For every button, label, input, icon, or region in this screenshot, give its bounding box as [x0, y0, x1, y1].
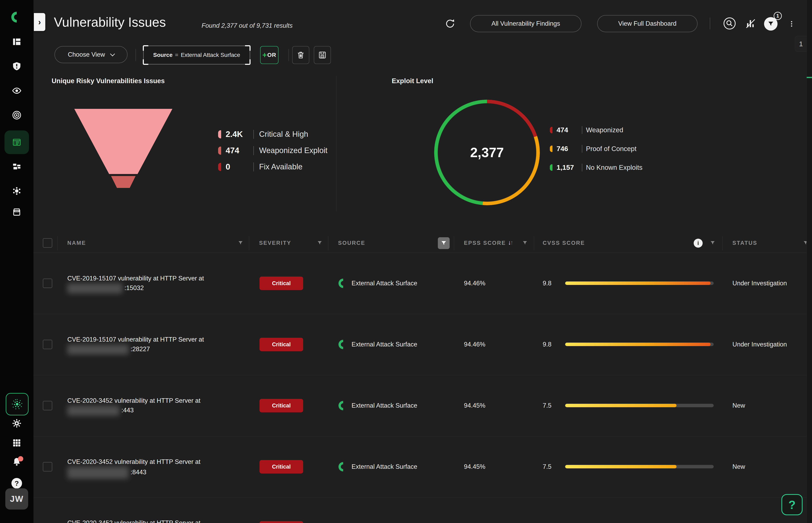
side-panel-tab[interactable]: 1 — [795, 36, 807, 52]
more-options-button[interactable] — [788, 17, 796, 31]
filter-chip-source[interactable]: Source = External Attack Surface — [143, 46, 250, 65]
legend-value: 0 — [226, 162, 248, 172]
table-row[interactable]: CVE-2020-3452 vulnerability at HTTP Serv… — [33, 497, 807, 523]
port: :28227 — [131, 345, 150, 353]
status-cell: New — [732, 402, 745, 409]
brand-source-icon — [338, 400, 348, 411]
column-divider — [722, 236, 723, 250]
row-checkbox[interactable] — [43, 340, 52, 349]
sidebar-item-risk[interactable] — [0, 61, 33, 71]
donut-legend-item: 474 Weaponized — [550, 126, 623, 134]
sidebar-item-threats[interactable] — [0, 186, 33, 196]
add-or-condition-button[interactable]: + OR — [260, 46, 278, 64]
sidebar-item-assets[interactable] — [0, 161, 33, 172]
chip-corner — [245, 45, 250, 51]
vulnerability-name-link[interactable]: CVE-2020-3452 vulnerability at HTTP Serv… — [67, 396, 200, 416]
cvss-bar-fill — [565, 343, 711, 346]
sidebar-item-vulnerabilities-active[interactable] — [4, 130, 29, 154]
sidebar-item-notifications[interactable] — [0, 456, 33, 467]
epss-filter-icon[interactable] — [522, 240, 528, 246]
source-label: External Attack Surface — [351, 402, 417, 409]
donut-legend-item: 1,157 No Known Exploits — [550, 163, 642, 172]
sidebar-item-target[interactable] — [0, 110, 33, 120]
sidebar-item-dashboard[interactable] — [0, 37, 33, 47]
target-icon — [12, 110, 22, 120]
donut-chart[interactable]: 2,377 — [434, 100, 540, 205]
button-label: View Full Dashboard — [618, 20, 676, 27]
cvss-bar-fill — [565, 282, 711, 285]
column-divider — [249, 236, 249, 250]
help-button[interactable]: ? — [781, 494, 802, 515]
sidebar-item-help[interactable]: ? — [0, 478, 33, 489]
sidebar-item-visibility[interactable] — [0, 86, 33, 96]
legend-marker — [550, 146, 552, 152]
delete-filter-button[interactable] — [292, 46, 309, 64]
select-all-checkbox[interactable] — [43, 238, 52, 248]
donut-chart-title: Exploit Level — [392, 77, 433, 85]
cvss-info-icon[interactable]: i — [694, 239, 703, 248]
chip-operator: = — [175, 52, 178, 58]
epss-score: 94.46% — [464, 279, 485, 287]
donut-total: 2,377 — [434, 100, 540, 205]
table-row[interactable]: CVE-2020-3452 vulnerability at HTTP Serv… — [33, 436, 807, 498]
cvss-filter-icon[interactable] — [710, 240, 715, 246]
cvss-bar-fill — [565, 465, 676, 468]
box-icon — [12, 207, 22, 217]
name-filter-icon[interactable] — [238, 240, 243, 246]
column-header-severity: SEVERITY — [259, 240, 291, 246]
sidebar-item-ai-insights[interactable] — [6, 393, 29, 415]
view-full-dashboard-button[interactable]: View Full Dashboard — [597, 15, 697, 32]
legend-marker — [218, 130, 221, 139]
filter-count-badge: 1 — [774, 12, 782, 20]
table-row[interactable]: CVE-2019-15107 vulnerability at HTTP Ser… — [33, 314, 807, 375]
chip-corner — [245, 59, 250, 65]
legend-separator — [582, 126, 582, 134]
sidebar-item-apps[interactable] — [0, 438, 33, 448]
source-label: External Attack Surface — [351, 463, 417, 470]
severity-badge: Critical — [260, 460, 303, 473]
user-avatar[interactable]: JW — [5, 488, 28, 509]
save-filter-button[interactable] — [314, 46, 331, 64]
table-row[interactable]: CVE-2020-3452 vulnerability at HTTP Serv… — [33, 375, 807, 436]
scroll-position-marker — [807, 77, 812, 78]
plus-icon: + — [262, 51, 267, 59]
column-header-source: SOURCE — [338, 240, 365, 246]
right-panel-strip — [807, 0, 812, 523]
question-mark-icon: ? — [12, 478, 22, 489]
sidebar-item-inventory[interactable] — [0, 207, 33, 217]
row-checkbox[interactable] — [43, 401, 52, 410]
cvss-score: 9.8 — [543, 279, 551, 287]
brand-source-icon — [338, 278, 348, 288]
table-row[interactable]: CVE-2019-15107 vulnerability at HTTP Ser… — [33, 253, 807, 314]
brand-logo[interactable] — [0, 10, 33, 24]
table-header: NAME SEVERITY SOURCE EPSS SCORE ↓↑ CVSS … — [33, 233, 807, 253]
row-checkbox[interactable] — [43, 278, 52, 288]
severity-filter-icon[interactable] — [317, 240, 322, 246]
vulnerability-name-link[interactable]: CVE-2020-3452 vulnerability at HTTP Serv… — [67, 457, 200, 479]
refresh-button[interactable] — [444, 18, 456, 29]
cvss-score: 7.5 — [543, 402, 551, 409]
source-filter-active-button[interactable] — [438, 237, 450, 249]
search-button[interactable] — [723, 17, 736, 30]
chip-field: Source — [153, 52, 173, 58]
chart-toggle-button[interactable] — [745, 18, 756, 29]
name-line1: CVE-2019-15107 vulnerability at HTTP Ser… — [67, 275, 204, 282]
all-vulnerability-findings-button[interactable]: All Vulnerability Findings — [470, 15, 582, 32]
filter-funnel-icon — [441, 240, 447, 246]
vulnerability-name-link[interactable]: CVE-2019-15107 vulnerability at HTTP Ser… — [67, 273, 204, 293]
sidebar-item-settings[interactable] — [0, 418, 33, 429]
page-title: Vulnerability Issues — [54, 15, 166, 30]
search-icon — [723, 17, 736, 30]
epss-sort-control[interactable]: ↓↑ — [508, 239, 513, 246]
vulnerability-name-link[interactable]: CVE-2019-15107 vulnerability at HTTP Ser… — [67, 335, 204, 355]
expand-panel-button[interactable]: › — [34, 13, 45, 31]
sparkle-dots-icon — [11, 398, 24, 411]
epss-score: 94.45% — [464, 463, 485, 470]
legend-label: Weaponized — [586, 126, 623, 134]
filterbar-divider — [136, 49, 136, 61]
redacted-ip — [67, 405, 119, 416]
row-checkbox[interactable] — [43, 462, 52, 471]
vulnerability-name-link[interactable]: CVE-2020-3452 vulnerability at HTTP Serv… — [67, 518, 200, 523]
port: :8443 — [131, 469, 146, 476]
choose-view-dropdown[interactable]: Choose View — [54, 46, 127, 63]
